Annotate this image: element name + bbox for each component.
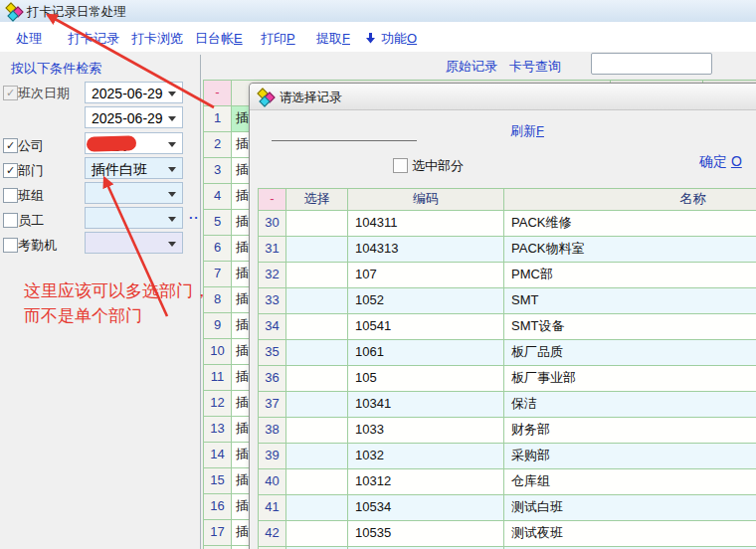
- table-row[interactable]: 30 104311 PACK维修: [259, 211, 756, 237]
- chevron-down-icon[interactable]: [168, 142, 176, 147]
- name-cell[interactable]: 测试夜班: [504, 521, 756, 546]
- name-cell[interactable]: PACK物料室: [504, 237, 756, 262]
- name-cell[interactable]: 保洁: [504, 392, 756, 417]
- menu-item-punch-records[interactable]: 打卡记录: [68, 30, 119, 48]
- table-row[interactable]: 32 107 PMC部: [259, 263, 756, 288]
- chevron-down-icon[interactable]: [168, 167, 176, 172]
- table-row[interactable]: 38 1033 财务部: [259, 418, 756, 444]
- menu-item-daily-ledger[interactable]: 日台帐E: [195, 30, 243, 48]
- attendance-machine-dropdown[interactable]: [85, 232, 183, 254]
- chevron-down-icon[interactable]: [168, 92, 176, 96]
- chevron-down-icon[interactable]: [168, 217, 176, 222]
- employee-browse-button[interactable]: ··: [189, 210, 200, 225]
- table-row[interactable]: 39 1032 采购部: [259, 444, 756, 469]
- table-row[interactable]: 37 10341 保洁: [259, 392, 756, 418]
- original-records-button[interactable]: 原始记录: [446, 58, 497, 76]
- department-dropdown[interactable]: 插件白班: [85, 157, 183, 179]
- employee-dropdown[interactable]: [85, 207, 183, 229]
- department-checkbox[interactable]: ✓: [3, 163, 18, 178]
- code-cell[interactable]: 105: [348, 366, 504, 391]
- date-from-dropdown[interactable]: 2025-06-29: [85, 82, 183, 103]
- select-cell[interactable]: [286, 340, 348, 365]
- code-cell[interactable]: 10541: [348, 314, 504, 339]
- name-cell[interactable]: SMT: [504, 288, 756, 313]
- filter-input-underline[interactable]: [272, 140, 417, 141]
- select-cell[interactable]: [286, 366, 348, 391]
- team-dropdown[interactable]: [85, 182, 183, 204]
- table-row[interactable]: 40 10312 仓库组: [259, 469, 756, 495]
- code-cell[interactable]: 10535: [348, 521, 504, 546]
- code-cell[interactable]: 10534: [348, 495, 504, 520]
- code-cell[interactable]: 1061: [348, 340, 504, 365]
- code-cell[interactable]: 10341: [348, 392, 504, 417]
- menu-item-functions[interactable]: 功能O: [381, 30, 417, 48]
- selection-table: - 选择 编码 名称 30 104311 PACK维修 31 104313 PA…: [258, 188, 756, 549]
- employee-checkbox[interactable]: [3, 213, 18, 228]
- column-header-code[interactable]: 编码: [348, 189, 504, 210]
- select-cell[interactable]: [286, 418, 348, 443]
- menu-item-punch-browse[interactable]: 打卡浏览: [131, 30, 183, 48]
- dialog-titlebar[interactable]: 请选择记录: [250, 84, 756, 110]
- select-cell[interactable]: [286, 495, 348, 520]
- company-checkbox[interactable]: ✓: [3, 138, 18, 153]
- select-cell[interactable]: [286, 392, 348, 417]
- table-row[interactable]: 34 10541 SMT设备: [259, 314, 756, 340]
- shift-date-label: 班次日期: [18, 85, 70, 102]
- select-cell[interactable]: [286, 469, 348, 494]
- select-cell[interactable]: [286, 288, 348, 313]
- column-header-select[interactable]: 选择: [286, 189, 348, 210]
- select-cell[interactable]: [286, 314, 348, 339]
- code-cell[interactable]: 1033: [348, 418, 504, 443]
- chevron-down-icon[interactable]: [168, 116, 176, 121]
- name-cell[interactable]: PACK维修: [504, 211, 756, 236]
- chevron-down-icon[interactable]: [168, 242, 176, 247]
- table-row[interactable]: 36 105 板厂事业部: [259, 366, 756, 392]
- name-cell[interactable]: 测试白班: [504, 495, 756, 520]
- table-row[interactable]: 33 1052 SMT: [259, 288, 756, 314]
- menu-item-print[interactable]: 打印P: [261, 30, 295, 48]
- chevron-down-icon[interactable]: [168, 192, 176, 197]
- team-checkbox[interactable]: [3, 188, 18, 203]
- attendance-machine-checkbox[interactable]: [3, 238, 18, 253]
- refresh-button[interactable]: 刷新F: [510, 122, 544, 140]
- code-cell[interactable]: 1052: [348, 288, 504, 313]
- select-cell[interactable]: [286, 521, 348, 546]
- menu-item-extract[interactable]: 提取F: [316, 30, 350, 48]
- row-number-cell: 39: [259, 444, 286, 468]
- name-cell[interactable]: PMC部: [504, 263, 756, 287]
- table-row[interactable]: 42 10535 测试夜班: [259, 521, 756, 547]
- grid-row-number: 10: [204, 339, 232, 364]
- window-titlebar[interactable]: 打卡记录日常处理: [0, 0, 756, 23]
- select-cell[interactable]: [286, 211, 348, 236]
- select-cell[interactable]: [286, 237, 348, 262]
- column-header-index[interactable]: -: [259, 189, 286, 210]
- code-cell[interactable]: 107: [348, 263, 504, 287]
- selected-part-checkbox[interactable]: [393, 158, 408, 173]
- card-number-query-label[interactable]: 卡号查询: [509, 58, 561, 76]
- select-cell[interactable]: [286, 263, 348, 287]
- name-cell[interactable]: 采购部: [504, 444, 756, 468]
- table-row[interactable]: 31 104313 PACK物料室: [259, 237, 756, 263]
- select-record-dialog: 请选择记录 刷新F 选中部分 确定 O - 选择 编码 名称 30 104311…: [249, 83, 756, 549]
- code-cell[interactable]: 104311: [348, 211, 504, 236]
- shift-date-checkbox[interactable]: ✓: [3, 86, 18, 100]
- name-cell[interactable]: SMT设备: [504, 314, 756, 339]
- name-cell[interactable]: 仓库组: [504, 469, 756, 494]
- card-number-input[interactable]: [591, 53, 712, 75]
- code-cell[interactable]: 104313: [348, 237, 504, 262]
- name-cell[interactable]: 财务部: [504, 418, 756, 443]
- name-cell[interactable]: 板厂品质: [504, 340, 756, 365]
- code-cell[interactable]: 10312: [348, 469, 504, 494]
- table-row[interactable]: 41 10534 测试白班: [259, 495, 756, 521]
- code-cell[interactable]: 1032: [348, 444, 504, 468]
- name-cell[interactable]: 板厂事业部: [504, 366, 756, 391]
- column-header-name[interactable]: 名称: [504, 189, 756, 210]
- ok-button[interactable]: 确定 O: [699, 153, 742, 171]
- date-to-dropdown[interactable]: 2025-06-29: [85, 106, 183, 128]
- panel-splitter[interactable]: [200, 55, 201, 549]
- grid-corner-cell[interactable]: -: [204, 81, 232, 105]
- select-cell[interactable]: [286, 444, 348, 468]
- company-dropdown[interactable]: 本电子: [85, 132, 183, 154]
- table-row[interactable]: 35 1061 板厂品质: [259, 340, 756, 366]
- menu-item-process[interactable]: 处理: [16, 30, 42, 48]
